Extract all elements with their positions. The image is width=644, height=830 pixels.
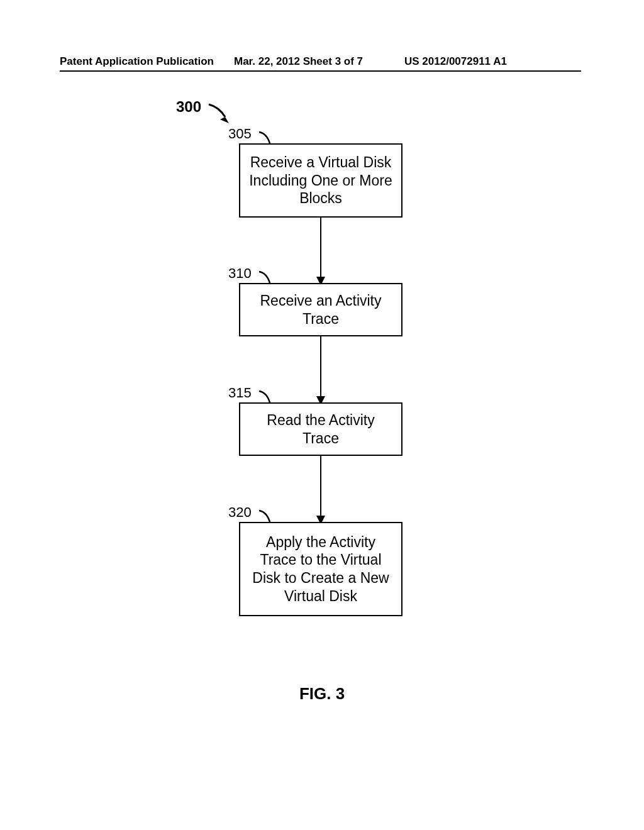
step-box-305: Receive a Virtual Disk Including One or …	[239, 143, 402, 218]
header-publication: Patent Application Publication	[60, 55, 214, 68]
curved-arrow-icon	[208, 102, 233, 124]
step-box-315: Read the Activity Trace	[239, 402, 402, 456]
step-ref-310: 310	[228, 265, 252, 282]
header-date-sheet: Mar. 22, 2012 Sheet 3 of 7	[234, 55, 363, 68]
step-box-310: Receive an Activity Trace	[239, 283, 402, 336]
flowchart-main-ref: 300	[176, 98, 201, 116]
connector-line	[320, 218, 321, 283]
connector-line	[320, 336, 321, 402]
ref-hook-icon	[258, 390, 275, 404]
step-ref-305: 305	[228, 126, 252, 142]
step-ref-320: 320	[228, 504, 252, 521]
header-divider	[60, 70, 581, 72]
connector-line	[320, 456, 321, 522]
step-text: Receive an Activity Trace	[249, 292, 392, 328]
svg-marker-0	[220, 117, 229, 123]
ref-hook-icon	[258, 131, 275, 145]
ref-hook-icon	[258, 509, 275, 523]
header-doc-number: US 2012/0072911 A1	[404, 55, 507, 68]
step-text: Receive a Virtual Disk Including One or …	[249, 153, 392, 208]
step-ref-315: 315	[228, 385, 252, 401]
step-text: Read the Activity Trace	[249, 411, 392, 448]
step-box-320: Apply the Activity Trace to the Virtual …	[239, 522, 402, 616]
step-text: Apply the Activity Trace to the Virtual …	[249, 533, 392, 606]
figure-label: FIG. 3	[0, 684, 644, 704]
ref-hook-icon	[258, 270, 275, 284]
